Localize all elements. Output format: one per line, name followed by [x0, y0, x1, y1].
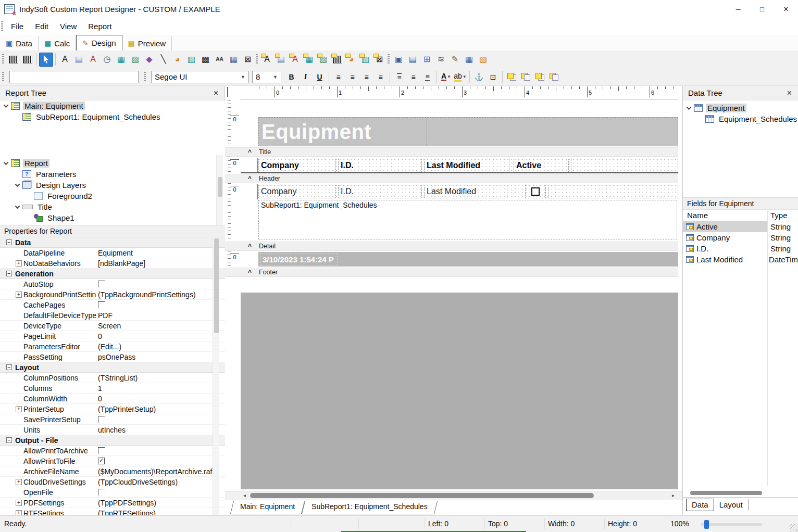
tab-data[interactable]: Data: [686, 499, 714, 511]
report-tree-item-report[interactable]: Report: [0, 158, 225, 169]
property-row-pagelimit[interactable]: PageLimit0: [0, 331, 225, 341]
property-value[interactable]: PDF: [96, 311, 225, 320]
property-value[interactable]: (TppRTFSettings): [96, 509, 225, 516]
column-separator[interactable]: [767, 211, 768, 486]
property-value[interactable]: Screen: [96, 322, 225, 330]
tab-calc[interactable]: ▦Calc: [39, 36, 76, 50]
chart-tool-button[interactable]: ◕: [170, 53, 184, 67]
scrollbar-thumb[interactable]: [250, 493, 594, 498]
canvas-horizontal-scrollbar[interactable]: ◂ ▸: [225, 491, 682, 500]
property-row-pdfsettings[interactable]: +PDFSettings(TppPDFSettings): [0, 498, 225, 508]
teechart-tool-button[interactable]: ▥: [184, 53, 198, 67]
dbcheckbox-tool-button[interactable]: ⊠: [372, 53, 386, 67]
property-value[interactable]: 1: [96, 384, 225, 392]
close-button[interactable]: ✕: [774, 0, 798, 18]
close-icon[interactable]: [787, 89, 792, 97]
property-row-printersetup[interactable]: +PrinterSetup(TppPrinterSetup): [0, 404, 225, 414]
property-row-passsetting[interactable]: PassSettingpsOnePass: [0, 352, 225, 362]
align-center-button[interactable]: ≡: [345, 70, 359, 84]
properties-scrollbar[interactable]: [213, 237, 219, 515]
toolbar-grip[interactable]: [1, 21, 3, 32]
property-row-autostop[interactable]: AutoStop: [0, 279, 225, 289]
report-tree-item-design-layers[interactable]: Design Layers: [0, 180, 225, 191]
dbcalc-tool-button[interactable]: ▦: [302, 53, 316, 67]
property-value[interactable]: (TStringList): [96, 374, 225, 382]
property-row-parameterseditor[interactable]: ParametersEditor(Edit...): [0, 341, 225, 352]
design-surface[interactable]: Equipment Title Header SubRepor: [225, 100, 682, 489]
property-value[interactable]: 0: [96, 332, 225, 340]
calc-tool-button[interactable]: ▦: [114, 53, 128, 67]
menu-file[interactable]: File: [5, 18, 29, 35]
rotated-text-tool-button[interactable]: AA: [213, 53, 227, 67]
property-checkbox[interactable]: [98, 416, 105, 423]
expander-icon[interactable]: [4, 103, 9, 108]
checkbox-tool-button[interactable]: ⊠: [241, 53, 255, 67]
collapse-icon[interactable]: −: [6, 364, 12, 370]
property-checkbox[interactable]: [98, 301, 105, 308]
property-checkbox[interactable]: [98, 447, 105, 454]
dbmemo-tool-button[interactable]: ▤: [274, 53, 288, 67]
menu-edit[interactable]: Edit: [29, 18, 54, 35]
expander-icon[interactable]: [4, 160, 9, 165]
fields-scrollbar-thumb[interactable]: [690, 491, 762, 495]
expand-icon[interactable]: +: [16, 479, 22, 485]
font-color-button[interactable]: A▼: [439, 70, 453, 84]
resize-grip[interactable]: [790, 524, 798, 532]
bold-button[interactable]: B: [284, 70, 298, 84]
datetime-field[interactable]: 3/10/2023 1:54:24 P: [260, 253, 338, 265]
paintbrush-tool-button[interactable]: ✎: [448, 53, 462, 67]
property-value[interactable]: 0: [96, 395, 225, 403]
property-value[interactable]: [96, 416, 225, 423]
chevron-down-icon[interactable]: ▼: [447, 74, 451, 79]
property-checkbox[interactable]: [98, 458, 105, 464]
align-left-button[interactable]: ≡: [331, 70, 345, 84]
region-tool-button[interactable]: ▣: [392, 53, 406, 67]
report-tree-item-title[interactable]: Title: [0, 201, 225, 212]
property-section-data[interactable]: −Data: [0, 237, 225, 248]
dbimage-tool-button[interactable]: ▨: [316, 53, 330, 67]
expand-icon[interactable]: +: [16, 500, 22, 506]
property-value[interactable]: (Edit...): [96, 343, 225, 351]
report-tree-item-parameters[interactable]: Parameters: [0, 169, 225, 180]
report-tree-item-shape1[interactable]: Shape1: [0, 212, 225, 223]
property-value[interactable]: [96, 447, 225, 454]
bring-forward-button[interactable]: [533, 70, 547, 84]
expand-icon[interactable]: +: [16, 292, 22, 298]
page-tab-subreport1-equipment-schedules[interactable]: SubReport1: Equipment_Schedules: [303, 501, 436, 514]
collapse-icon[interactable]: −: [6, 239, 12, 245]
toolbar-grip[interactable]: [144, 72, 146, 82]
scroll-left-icon[interactable]: ◂: [243, 492, 246, 498]
header-band-line[interactable]: [241, 172, 678, 173]
detail-empty-cell[interactable]: [548, 185, 678, 198]
tab-layout[interactable]: Layout: [714, 499, 749, 511]
send-backward-button[interactable]: [547, 70, 561, 84]
property-row-openfile[interactable]: OpenFile: [0, 487, 225, 498]
map-tool-button[interactable]: ▧: [476, 53, 490, 67]
page-tab-main-equipment[interactable]: Main: Equipment: [232, 501, 303, 514]
grid-tool-button[interactable]: ▦: [462, 53, 476, 67]
line-tool-button[interactable]: ╲: [156, 53, 170, 67]
detail-field-i-d[interactable]: I.D.: [338, 185, 422, 198]
field-row-active[interactable]: ActiveString: [683, 221, 798, 232]
minimize-button[interactable]: ─: [726, 0, 750, 18]
pagebreak-tool-button[interactable]: ≋: [434, 53, 448, 67]
subreport-region[interactable]: SubReport1: Equipment_Schedules: [258, 200, 677, 239]
highlight-color-button[interactable]: ab▼: [453, 70, 467, 84]
table-tool-button[interactable]: ▦: [227, 53, 241, 67]
select-arrow-button[interactable]: [39, 53, 53, 67]
collapse-icon[interactable]: −: [6, 437, 12, 443]
property-row-backgroundprintsettin[interactable]: +BackgroundPrintSettin(TppBackgroundPrin…: [0, 289, 225, 300]
dbrichtext-tool-button[interactable]: A: [288, 53, 302, 67]
dbteechart-tool-button[interactable]: ▥: [358, 53, 372, 67]
toolbar-grip[interactable]: [256, 54, 258, 65]
property-row-cachepages[interactable]: CachePages: [0, 300, 225, 310]
scroll-right-icon[interactable]: ▸: [672, 492, 675, 498]
send-to-back-button[interactable]: [519, 70, 533, 84]
dbchart-tool-button[interactable]: ◕: [344, 53, 358, 67]
checkbox-icon[interactable]: [531, 187, 540, 196]
italic-button[interactable]: I: [298, 70, 313, 84]
property-row-clouddrivesettings[interactable]: +CloudDriveSettings(TppCloudDriveSetting…: [0, 477, 225, 487]
edit-value-input[interactable]: [9, 71, 139, 83]
richtext-tool-button[interactable]: A: [86, 53, 100, 67]
expand-icon[interactable]: +: [16, 406, 22, 412]
